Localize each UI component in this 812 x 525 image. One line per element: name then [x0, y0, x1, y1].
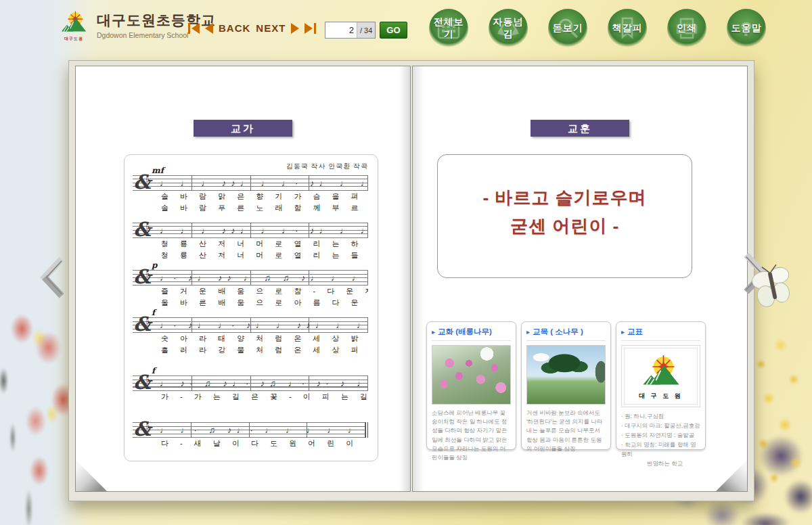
- emblem-bullet: 원: 하나,구심점: [621, 411, 700, 421]
- motto-line-2: 굳센 어린이 -: [438, 212, 692, 240]
- left-page-title: 교가: [194, 120, 292, 137]
- lyric-line: 즐 거 운 배 움 으 로 참 - 다 운 지 - 혜 로: [161, 286, 368, 297]
- lyric-line: 솔 바 람 맑 은 향 기 가 슴 을 펴 면: [161, 191, 368, 202]
- lyric-line: 청 룡 산 저 너 머 로 열 리 는 하 늘: [161, 238, 368, 250]
- pine-tree-photo: [526, 345, 606, 405]
- go-button[interactable]: GO: [380, 22, 407, 39]
- lyric-line: 솔 바 람 푸 른 노 래 함 께 부 르 면: [161, 202, 368, 214]
- bullet-arrow-icon: ▸: [526, 328, 530, 336]
- page-number-input[interactable]: [325, 22, 357, 38]
- lyric-line: 다 - 새 날 이 다 도 원 어 린 이: [161, 438, 368, 449]
- flat-sign-icon: ♭: [145, 221, 150, 231]
- note-row: ♩· ♪♩ ♩· ♪♩ ♩ ♪♪♩ ♩ ♩· ♪: [160, 318, 364, 333]
- school-symbol-cards: ▸ 교화 (배롱나무) 소담스레 피어난 배롱나무 꽃송이처럼 작은 일 하나에…: [426, 321, 706, 450]
- school-song-sheet: 김동국 작사 안국환 작곡 & ♭ mf ♩ ♩ ♩ ♪♪♩ ♩ ♩· ♪♩ ♩…: [124, 154, 378, 461]
- music-system-6: & ♭ ♩ ♩· ♫ ♪♩· ♩ ♩ ♩ ♩ ♩· 다 - 새 날 이 다 도 …: [133, 422, 368, 449]
- note-row: ♩ ♩ ♩ ♪♪♩ ♩ ♩· ♪♩ ♩ ♩·: [160, 223, 364, 238]
- magnifier-button[interactable]: 돋보기: [548, 9, 587, 48]
- dynamic-marking: f: [152, 366, 155, 375]
- staff-lines: & ♭ ♩ ♩· ♫ ♪♩· ♩ ♩ ♩ ♩ ♩·: [133, 422, 368, 438]
- lyric-line: 흘 러 라 강 물 처 럼 온 세 상 퍼 져 라: [161, 344, 368, 356]
- left-page: 교가 김동국 작사 안국환 작곡 & ♭ mf ♩ ♩ ♩ ♪♪♩ ♩ ♩· ♪…: [75, 66, 411, 492]
- next-page-arrow-icon[interactable]: [291, 23, 299, 34]
- staff-lines: & ♭ ♩ ♩ ♩ ♪♪♩ ♩ ♩· ♪♩ ♩ ♩·: [133, 223, 368, 238]
- flipbook-app: 대구도원 대구도원초등학교 Dgdowon Elementary School …: [0, 0, 812, 525]
- right-page: 교훈 - 바르고 슬기로우며 굳센 어린이 - ▸ 교화 (배롱나무) 소담스레…: [412, 66, 748, 492]
- flat-sign-icon: ♭: [145, 373, 150, 384]
- emblem-bullet: 도원동의 자연지명 : 숲밭골: [621, 430, 700, 440]
- card-title: 교표: [627, 327, 643, 337]
- staff-lines: & ♭ p ♩· ♪♩ ♪♪ ♩ ♫ ♫ ♪♩ ♩ ♩·: [133, 270, 368, 286]
- flat-sign-icon: ♭: [145, 173, 150, 184]
- help-button[interactable]: ? 도움말: [727, 9, 766, 48]
- crape-myrtle-photo: [432, 345, 511, 405]
- composer-credit: 김동국 작사 안국환 작곡: [133, 162, 368, 171]
- flat-sign-icon: ♭: [145, 420, 150, 431]
- school-tree-card: ▸ 교목 ( 소나무 ) 거센 비바람 눈보라 속에서도 '하면된다'는 굳센 …: [521, 321, 611, 450]
- note-row: ♩· ♪♩ ♪♪ ♩ ♫ ♫ ♪♩ ♩ ♩·: [160, 271, 364, 286]
- music-system-2: & ♭ ♩ ♩ ♩ ♪♪♩ ♩ ♩· ♪♩ ♩ ♩· 청 룡 산 저 너 머 로…: [133, 223, 368, 261]
- music-system-3: & ♭ p ♩· ♪♩ ♪♪ ♩ ♫ ♫ ♪♩ ♩ ♩· 즐 거 운 배 움 으…: [133, 270, 368, 309]
- emblem-meaning-list: 원: 하나,구심점 대구시의 마크: 팔공산,금호강 도원동의 자연지명 : 숲…: [621, 411, 700, 468]
- school-emblem-icon: 대구도원: [57, 8, 91, 42]
- auto-flip-button[interactable]: 자동넘김: [489, 9, 528, 48]
- bookmark-button[interactable]: 책갈피: [608, 9, 647, 48]
- toolbar-buttons: 전체보기 자동넘김 돋보기 책갈피: [429, 9, 766, 48]
- lyric-line: 가 - 가 는 길 은 꽃 - 이 피 는 길 날 마: [161, 391, 368, 403]
- staff-lines: & ♭ mf ♩ ♩ ♩ ♪♪♩ ♩ ♩· ♪♩ ♩ ♩·: [133, 175, 368, 191]
- card-title: 교목 ( 소나무 ): [533, 327, 583, 337]
- staff-lines: & ♭ f ♩· ♪♩ ♩· ♪♩ ♩ ♪♪♩ ♩ ♩· ♪: [133, 317, 368, 333]
- lyric-line: 올 바 른 배 움 으 로 아 름 다 운 마 음 으 로: [161, 297, 368, 309]
- total-pages-label: / 34: [357, 22, 375, 38]
- emblem-bullet: 대구시의 마크: 팔공산,금호강: [621, 421, 700, 430]
- school-emblem-image: 대 구 도 원: [621, 345, 700, 407]
- motto-line-1: - 바르고 슬기로우며: [438, 183, 692, 212]
- page-curl-bottom-left[interactable]: [76, 460, 107, 491]
- lyric-line: 청 룡 산 저 너 머 로 열 리 는 들 판: [161, 250, 368, 261]
- emblem-caption: 대 구 도 원: [639, 392, 683, 401]
- note-row: ♩ ♩ ♩ ♪♪♩ ♩ ♩· ♪♩ ♩ ♩·: [160, 176, 364, 191]
- flat-sign-icon: ♭: [145, 268, 150, 279]
- page-curl-bottom-right[interactable]: [716, 460, 747, 491]
- dynamic-marking: mf: [152, 166, 164, 175]
- music-system-5: & ♭ f ♩ ♪· ♫ ♪♩· ♪♫ ♩· ♪· ♪ ♩· ♪♪ 가 - 가 …: [133, 375, 368, 403]
- last-page-arrow-icon: [304, 23, 313, 34]
- music-system-4: & ♭ f ♩· ♪♩ ♩· ♪♩ ♩ ♪♪♩ ♩ ♩· ♪ 솟 아 라 태 양…: [133, 317, 368, 356]
- school-motto-panel: - 바르고 슬기로우며 굳센 어린이 -: [437, 154, 692, 278]
- flip-previous-chevron[interactable]: [39, 256, 66, 299]
- flip-next-chevron[interactable]: [742, 252, 769, 295]
- flat-sign-icon: ♭: [145, 315, 150, 326]
- page-jump-control: / 34 GO: [325, 22, 407, 39]
- card-title: 교화 (배롱나무): [438, 327, 492, 337]
- note-row: ♩ ♩· ♫ ♪♩· ♩ ♩ ♩ ♩ ♩·: [160, 423, 361, 438]
- school-flower-card: ▸ 교화 (배롱나무) 소담스레 피어난 배롱나무 꽃송이처럼 작은 일 하나에…: [426, 321, 516, 450]
- note-row: ♩ ♪· ♫ ♪♩· ♪♫ ♩· ♪· ♪ ♩· ♪♪: [160, 376, 364, 391]
- card-description: 소담스레 피어난 배롱나무 꽃송이처럼 작은 일 하나에도 정성을 다하며 항상…: [432, 409, 511, 462]
- bullet-arrow-icon: ▸: [621, 328, 625, 336]
- last-page-button[interactable]: [304, 23, 316, 34]
- card-description: 거센 비바람 눈보라 속에서도 '하면된다'는 굳센 의지를 나타내는 늘푸른 …: [526, 409, 606, 453]
- emblem-bullet: 학교의 명칭: 미래를 향해 영원히: [621, 440, 700, 459]
- prev-page-arrow-icon[interactable]: [205, 23, 213, 34]
- school-emblem-card: ▸ 교표 대 구 도 원 원: 하나,구심점 대구시의 마크: 팔공산,금호강 …: [616, 321, 706, 450]
- next-button[interactable]: NEXT: [256, 22, 286, 34]
- first-page-arrow-icon: [191, 23, 200, 34]
- music-system-1: & ♭ mf ♩ ♩ ♩ ♪♪♩ ♩ ♩· ♪♩ ♩ ♩· 솔 바 람 맑 은 …: [133, 175, 368, 214]
- back-button[interactable]: BACK: [219, 22, 250, 34]
- dynamic-marking: f: [152, 308, 155, 317]
- first-page-button[interactable]: [188, 23, 200, 34]
- lyric-line: 솟 아 라 태 양 처 럼 온 세 상 밝 혀 라 우 리: [161, 333, 368, 344]
- view-all-button[interactable]: 전체보기: [429, 9, 468, 48]
- right-page-title: 교훈: [531, 120, 629, 137]
- page-navigation: BACK NEXT: [188, 22, 316, 34]
- print-button[interactable]: 인쇄: [667, 9, 706, 48]
- emblem-bullet-wrap: 번영하는 학교: [621, 459, 700, 468]
- emblem-mini-caption: 대구도원: [64, 37, 83, 41]
- bullet-arrow-icon: ▸: [432, 328, 435, 336]
- staff-lines: & ♭ f ♩ ♪· ♫ ♪♩· ♪♫ ♩· ♪· ♪ ♩· ♪♪: [133, 375, 368, 391]
- dynamic-marking: p: [152, 260, 157, 270]
- book-spread: 교가 김동국 작사 안국환 작곡 & ♭ mf ♩ ♩ ♩ ♪♪♩ ♩ ♩· ♪…: [68, 60, 754, 501]
